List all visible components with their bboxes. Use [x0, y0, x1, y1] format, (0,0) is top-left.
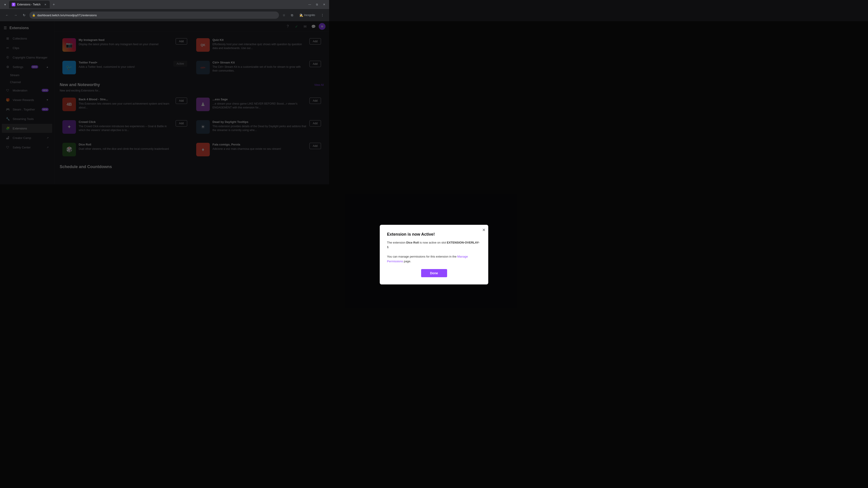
window-controls: — ⧉ ✕ [307, 1, 327, 8]
star-btn[interactable]: ☆ [281, 12, 287, 18]
incognito-label: Incognito [304, 13, 315, 17]
incognito-btn[interactable]: 🕵 Incognito [297, 12, 317, 18]
window-btn[interactable]: ⧉ [289, 12, 295, 18]
tab-expand-btn[interactable]: ▾ [2, 1, 8, 8]
more-btn[interactable]: ⋮ [319, 12, 326, 18]
url-bar[interactable]: 🔒 dashboard.twitch.tv/u/moodjoy071/exten… [29, 11, 279, 19]
address-bar: ← → ↻ 🔒 dashboard.twitch.tv/u/moodjoy071… [0, 9, 329, 21]
url-text: dashboard.twitch.tv/u/moodjoy071/extensi… [37, 13, 276, 17]
tab-bar: ▾ T Extensions - Twitch ✕ + — ⧉ ✕ [0, 0, 329, 9]
reload-btn[interactable]: ↻ [21, 12, 28, 19]
back-btn[interactable]: ← [4, 12, 10, 19]
active-tab[interactable]: T Extensions - Twitch ✕ [9, 1, 50, 8]
browser-chrome: ▾ T Extensions - Twitch ✕ + — ⧉ ✕ ← → ↻ … [0, 0, 329, 21]
minimize-btn[interactable]: — [307, 1, 313, 8]
tab-favicon: T [12, 3, 16, 6]
forward-btn[interactable]: → [12, 12, 19, 19]
new-tab-btn[interactable]: + [51, 1, 57, 8]
close-btn[interactable]: ✕ [321, 1, 327, 8]
tab-close-btn[interactable]: ✕ [43, 3, 47, 6]
modal-overlay: ✕ Extension is now Active! The extension… [0, 21, 329, 184]
tab-title: Extensions - Twitch [17, 3, 41, 6]
maximize-btn[interactable]: ⧉ [314, 1, 320, 8]
